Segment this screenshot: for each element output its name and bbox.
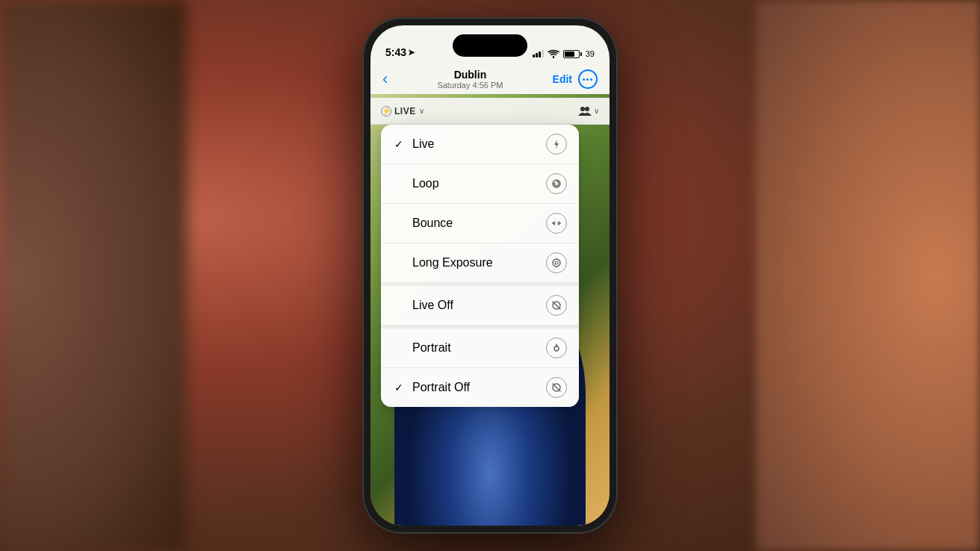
menu-item-portrait[interactable]: ✓ Portrait <box>381 326 579 368</box>
more-button[interactable]: ••• <box>578 69 598 89</box>
battery-tip <box>580 52 582 56</box>
svg-point-3 <box>553 259 560 267</box>
live-checkmark: ✓ <box>393 138 405 150</box>
status-icons: 39 <box>533 49 595 58</box>
wifi-icon <box>548 49 559 58</box>
menu-item-live-left: ✓ Live <box>393 137 434 151</box>
dynamic-island <box>453 34 527 57</box>
battery-percent: 39 <box>586 49 595 58</box>
loop-icon <box>551 178 562 189</box>
signal-bar-2 <box>536 53 538 57</box>
background-right <box>756 0 980 551</box>
portrait-off-menu-label: Portrait Off <box>412 381 470 394</box>
menu-item-portrait-left: ✓ Portrait <box>393 341 451 355</box>
live-off-icon <box>551 300 562 311</box>
background-left <box>0 0 187 551</box>
long-exposure-menu-icon <box>546 252 567 273</box>
more-icon: ••• <box>583 75 594 84</box>
live-label: LIVE <box>394 106 416 116</box>
nav-title: Dublin Saturday 4:56 PM <box>388 69 552 90</box>
menu-item-live-off[interactable]: ✓ Live Off <box>381 283 579 326</box>
menu-item-bounce[interactable]: ✓ Bounce <box>381 204 579 243</box>
menu-item-live[interactable]: ✓ Live <box>381 125 579 164</box>
portrait-off-icon <box>551 382 562 393</box>
bounce-icon <box>551 218 562 228</box>
menu-item-portrait-off-left: ✓ Portrait Off <box>393 381 470 394</box>
portrait-icon <box>551 343 562 353</box>
menu-item-long-exposure-left: ✓ Long Exposure <box>393 256 493 270</box>
battery-body <box>563 50 580 58</box>
live-toolbar: ⚡ LIVE ∨ ∨ <box>370 98 610 125</box>
live-circle-icon: ⚡ <box>381 106 391 116</box>
phone-outer: 5:43 ➤ <box>363 18 617 533</box>
edit-button[interactable]: Edit <box>553 73 572 85</box>
nav-title-main: Dublin <box>388 69 552 81</box>
portrait-off-menu-icon <box>546 377 567 398</box>
people-icon <box>578 106 592 116</box>
signal-icon <box>533 50 544 57</box>
menu-item-portrait-off[interactable]: ✓ Portrait Off <box>381 368 579 407</box>
live-off-menu-label: Live Off <box>412 299 453 312</box>
portrait-menu-label: Portrait <box>412 341 451 355</box>
portrait-off-checkmark: ✓ <box>393 382 405 393</box>
signal-bar-3 <box>539 52 541 57</box>
menu-item-loop[interactable]: ✓ Loop <box>381 164 579 204</box>
live-button[interactable]: ⚡ LIVE ∨ <box>381 106 424 116</box>
svg-point-1 <box>585 107 589 111</box>
loop-menu-label: Loop <box>412 177 439 190</box>
menu-item-bounce-left: ✓ Bounce <box>393 217 453 230</box>
people-chevron-icon: ∨ <box>594 107 599 115</box>
battery-fill <box>565 52 575 57</box>
photo-nav: ‹ Dublin Saturday 4:56 PM Edit ••• <box>370 63 610 94</box>
svg-point-0 <box>580 107 585 111</box>
location-icon: ➤ <box>408 48 415 57</box>
nav-actions: Edit ••• <box>553 69 598 89</box>
live-menu-icon <box>546 134 567 155</box>
people-button[interactable]: ∨ <box>578 106 599 116</box>
nav-subtitle: Saturday 4:56 PM <box>388 81 552 90</box>
status-time: 5:43 ➤ <box>385 46 415 58</box>
live-off-menu-icon <box>546 295 567 316</box>
svg-point-4 <box>555 261 558 264</box>
exposure-icon <box>551 258 562 268</box>
dropdown-menu: ✓ Live ✓ Loop <box>381 125 579 407</box>
battery-icon <box>563 50 582 58</box>
menu-item-long-exposure[interactable]: ✓ Long Exposure <box>381 243 579 283</box>
live-menu-label: Live <box>412 137 434 151</box>
menu-item-loop-left: ✓ Loop <box>393 177 439 190</box>
back-button[interactable]: ‹ <box>382 69 388 89</box>
lightning-icon <box>551 139 562 149</box>
menu-item-live-off-left: ✓ Live Off <box>393 299 453 312</box>
signal-bar-4 <box>542 50 544 57</box>
live-chevron-icon: ∨ <box>419 107 424 115</box>
phone-wrapper: 5:43 ➤ <box>363 18 617 533</box>
time-display: 5:43 <box>385 46 406 58</box>
loop-menu-icon <box>546 173 567 194</box>
bounce-menu-icon <box>546 213 567 234</box>
signal-bar-1 <box>533 55 535 57</box>
phone-screen: 5:43 ➤ <box>370 25 610 526</box>
bounce-menu-label: Bounce <box>412 217 453 230</box>
portrait-menu-icon <box>546 337 567 358</box>
svg-point-9 <box>554 346 559 351</box>
long-exposure-menu-label: Long Exposure <box>412 256 493 270</box>
